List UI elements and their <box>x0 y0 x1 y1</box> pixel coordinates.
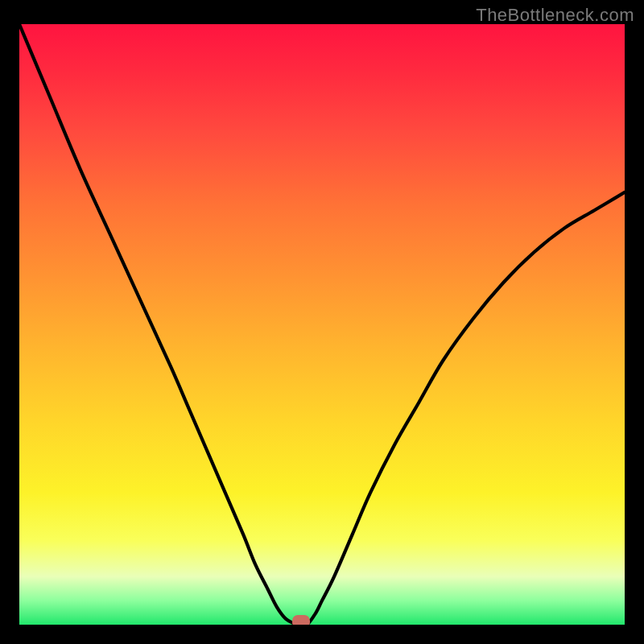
bottleneck-curve <box>19 24 625 625</box>
plot-area <box>19 24 625 625</box>
optimal-point-marker <box>292 615 310 625</box>
chart-frame: TheBottleneck.com <box>0 0 644 644</box>
watermark-text: TheBottleneck.com <box>476 5 634 26</box>
